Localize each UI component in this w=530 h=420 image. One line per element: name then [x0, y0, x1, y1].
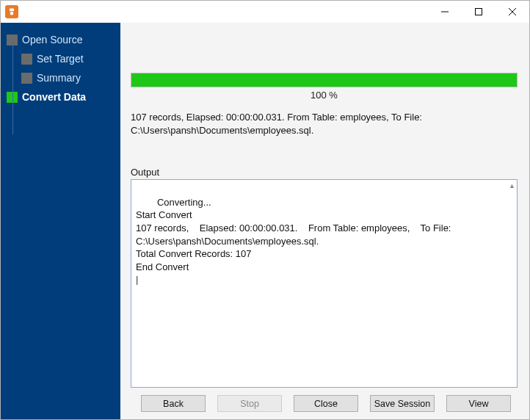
- progress-area: 100 %: [131, 73, 518, 101]
- stop-button: Stop: [217, 395, 282, 412]
- output-label: Output: [131, 167, 518, 178]
- output-textarea[interactable]: ▲Converting... Start Convert 107 records…: [131, 179, 518, 388]
- sidebar: Open Source Set Target Summary Convert D…: [1, 23, 120, 419]
- body: Open Source Set Target Summary Convert D…: [1, 23, 529, 419]
- step-box-icon: [21, 54, 32, 65]
- progress-fill: [131, 73, 517, 87]
- sidebar-tree-line: [12, 42, 13, 134]
- minimize-button[interactable]: [428, 1, 462, 23]
- app-icon: [5, 5, 18, 18]
- close-panel-button[interactable]: Close: [294, 395, 358, 412]
- close-button[interactable]: [495, 1, 529, 23]
- output-content: Converting... Start Convert 107 records,…: [136, 197, 454, 272]
- step-box-icon: [21, 73, 32, 84]
- step-open-source[interactable]: Open Source: [1, 30, 120, 49]
- step-label: Convert Data: [22, 91, 86, 103]
- svg-point-0: [10, 12, 14, 15]
- button-row: Back Stop Close Save Session View: [131, 395, 518, 412]
- summary-text: 107 records, Elapsed: 00:00:00.031. From…: [131, 111, 518, 137]
- app-window: Open Source Set Target Summary Convert D…: [0, 0, 530, 420]
- maximize-button[interactable]: [462, 1, 495, 23]
- step-label: Open Source: [22, 34, 83, 46]
- progress-bar: [131, 73, 518, 87]
- step-label: Summary: [37, 72, 81, 84]
- save-session-button[interactable]: Save Session: [370, 395, 435, 412]
- svg-rect-3: [476, 9, 482, 15]
- svg-rect-1: [10, 9, 14, 12]
- view-button[interactable]: View: [446, 395, 511, 412]
- titlebar: [1, 1, 529, 23]
- step-convert-data[interactable]: Convert Data: [1, 87, 120, 106]
- titlebar-left: [5, 5, 23, 18]
- main-panel: 100 % 107 records, Elapsed: 00:00:00.031…: [120, 23, 529, 419]
- progress-label: 100 %: [131, 90, 518, 101]
- step-set-target[interactable]: Set Target: [1, 49, 120, 68]
- scroll-up-icon[interactable]: ▲: [509, 181, 515, 190]
- back-button[interactable]: Back: [141, 395, 206, 412]
- window-controls: [428, 1, 529, 23]
- step-label: Set Target: [37, 53, 84, 65]
- step-summary[interactable]: Summary: [1, 68, 120, 87]
- text-caret: [136, 274, 138, 285]
